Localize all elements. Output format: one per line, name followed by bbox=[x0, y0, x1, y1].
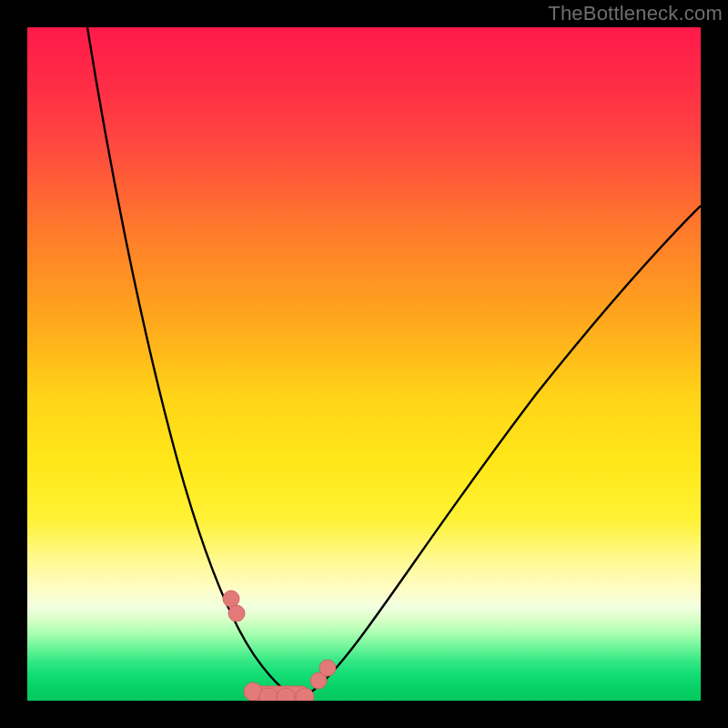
marker-dot bbox=[228, 605, 245, 622]
chart-frame: TheBottleneck.com bbox=[0, 0, 728, 728]
marker-dot bbox=[319, 660, 336, 676]
right-curve-path bbox=[298, 206, 701, 699]
curve-svg bbox=[27, 27, 701, 701]
plot-area bbox=[27, 27, 701, 701]
watermark-text: TheBottleneck.com bbox=[548, 2, 723, 25]
left-curve-path bbox=[87, 27, 298, 699]
marker-dot bbox=[223, 591, 239, 607]
